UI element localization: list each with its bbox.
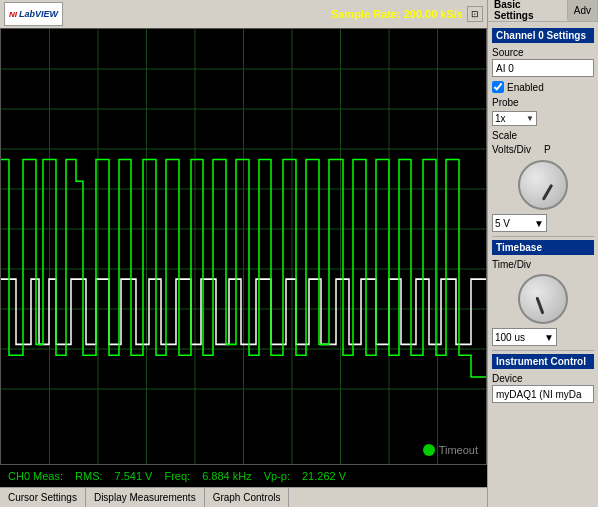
advanced-settings-tab[interactable]: Adv xyxy=(568,0,598,21)
volts-knob[interactable] xyxy=(518,160,568,210)
volt-dropdown-row: 5 V ▼ xyxy=(492,214,594,232)
channel-section-header: Channel 0 Settings xyxy=(492,28,594,43)
freq-value: 6.884 kHz xyxy=(202,470,252,482)
volts-row-labels: Volts/Div P xyxy=(492,144,594,156)
settings-content: Channel 0 Settings Source AI 0 Enabled P… xyxy=(488,22,598,507)
device-label: Device xyxy=(492,373,594,384)
probe-dropdown[interactable]: 1x ▼ xyxy=(492,111,537,126)
vpp-value: 21.262 V xyxy=(302,470,346,482)
volts-div-label: Volts/Div xyxy=(492,144,542,155)
oscilloscope-panel: NI LabVIEW Sample Rate: 200.00 kS/s ⊡ xyxy=(0,0,487,507)
freq-label: Freq: xyxy=(164,470,190,482)
bottom-tabs: Cursor Settings Display Measurements Gra… xyxy=(0,487,487,507)
volt-select[interactable]: 5 V ▼ xyxy=(492,214,547,232)
source-label: Source xyxy=(492,47,594,58)
oscilloscope-screen: Timeout xyxy=(0,28,487,465)
scope-footer: CH0 Meas: RMS: 7.541 V Freq: 6.884 kHz V… xyxy=(0,465,487,487)
device-field[interactable]: myDAQ1 (NI myDa xyxy=(492,385,594,403)
labview-logo: NI LabVIEW xyxy=(4,2,63,26)
probe-row: Probe xyxy=(492,97,594,109)
instrument-section-header: Instrument Control xyxy=(492,354,594,369)
p-label: P xyxy=(544,144,594,155)
time-dropdown-row: 100 us ▼ xyxy=(492,328,594,346)
volts-knob-container xyxy=(492,160,594,210)
scale-label: Scale xyxy=(492,130,594,141)
timeout-indicator xyxy=(423,444,435,456)
enabled-label: Enabled xyxy=(507,82,544,93)
graph-controls-tab[interactable]: Graph Controls xyxy=(205,488,290,507)
time-knob-indicator xyxy=(535,297,544,315)
enabled-checkbox[interactable] xyxy=(492,81,504,93)
enabled-row: Enabled xyxy=(492,81,594,93)
divider-1 xyxy=(492,236,594,237)
time-knob-container xyxy=(492,274,594,324)
rms-value: 7.541 V xyxy=(115,470,153,482)
timebase-section-header: Timebase xyxy=(492,240,594,255)
ch0-label: CH0 Meas: xyxy=(8,470,63,482)
waveform-svg xyxy=(1,29,486,464)
vpp-label: Vp-p: xyxy=(264,470,290,482)
sample-rate-display: Sample Rate: 200.00 kS/s xyxy=(331,8,463,20)
source-field[interactable]: AI 0 xyxy=(492,59,594,77)
basic-settings-tab[interactable]: Basic Settings xyxy=(488,0,568,21)
probe-label: Probe xyxy=(492,97,594,108)
scale-row-labels: Scale xyxy=(492,130,594,142)
rms-label: RMS: xyxy=(75,470,103,482)
probe-dropdown-row: 1x ▼ xyxy=(492,111,594,126)
display-measurements-tab[interactable]: Display Measurements xyxy=(86,488,205,507)
settings-tabs: Basic Settings Adv xyxy=(488,0,598,22)
labview-text: LabVIEW xyxy=(19,9,58,19)
divider-2 xyxy=(492,350,594,351)
scope-header: NI LabVIEW Sample Rate: 200.00 kS/s ⊡ xyxy=(0,0,487,28)
settings-panel: Basic Settings Adv Channel 0 Settings So… xyxy=(487,0,598,507)
time-div-label: Time/Div xyxy=(492,259,594,270)
time-knob[interactable] xyxy=(518,274,568,324)
volts-knob-indicator xyxy=(542,184,554,201)
time-select[interactable]: 100 us ▼ xyxy=(492,328,557,346)
maximize-button[interactable]: ⊡ xyxy=(467,6,483,22)
ni-logo: NI xyxy=(9,10,17,19)
cursor-settings-tab[interactable]: Cursor Settings xyxy=(0,488,86,507)
timeout-label: Timeout xyxy=(423,444,478,456)
